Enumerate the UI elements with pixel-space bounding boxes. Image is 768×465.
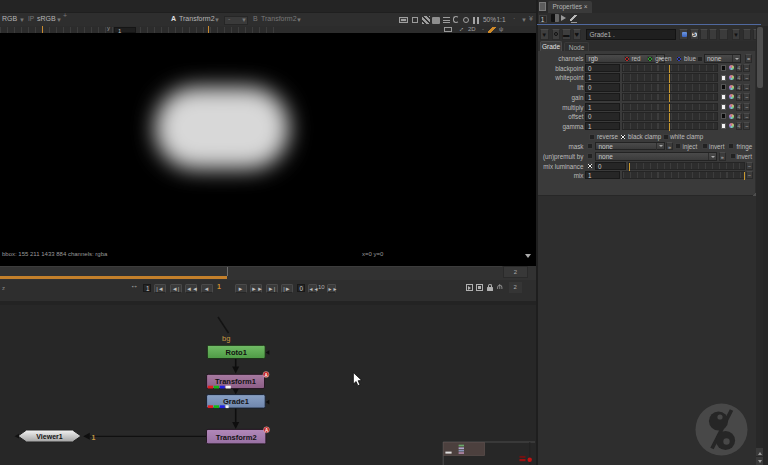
svg-text:Roto1: Roto1 — [226, 348, 247, 357]
svg-text:Viewer1: Viewer1 — [36, 433, 62, 440]
svg-text:Transform1: Transform1 — [215, 377, 256, 386]
svg-text:1: 1 — [92, 434, 96, 441]
svg-text:bg: bg — [222, 334, 230, 343]
svg-text:Transform2: Transform2 — [216, 433, 257, 442]
svg-text:Grade1: Grade1 — [223, 397, 249, 406]
